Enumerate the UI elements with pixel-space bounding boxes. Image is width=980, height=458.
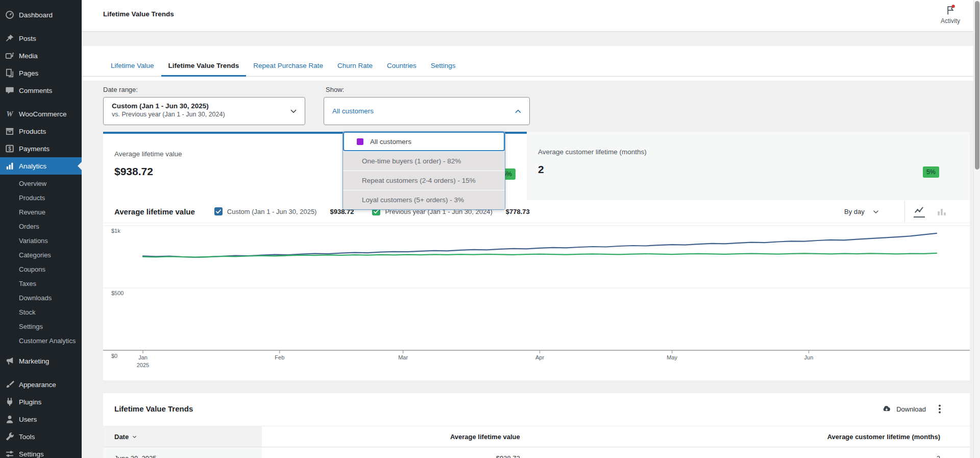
svg-text:2025: 2025 xyxy=(137,362,149,368)
sidebar-subitem-customer-analytics[interactable]: Customer Analytics xyxy=(0,334,82,348)
sidebar-subitem-revenue[interactable]: Revenue xyxy=(0,205,82,220)
interval-select[interactable]: By day xyxy=(844,200,880,223)
trend-badge: 5% xyxy=(923,166,939,178)
sidebar-subitem-settings[interactable]: Settings xyxy=(0,320,82,334)
show-option-repeat-customers-2-4-orders-15[interactable]: Repeat customers (2-4 orders) - 15% xyxy=(343,171,505,190)
activity-label: Activity xyxy=(934,17,967,25)
tab-repeat-purchase-rate[interactable]: Repeat Purchase Rate xyxy=(246,62,330,77)
table-cell: June 30, 2025 xyxy=(103,447,262,458)
sidebar-item-comments[interactable]: Comments xyxy=(0,82,82,99)
legend-toggle-custom-jan-1-jun-30-2025[interactable]: Custom (Jan 1 - Jun 30, 2025)$938.72 xyxy=(214,207,354,215)
activity-button[interactable]: Activity xyxy=(934,4,967,25)
sidebar-item-label: WooCommerce xyxy=(19,110,67,118)
table-panel-title: Lifetime Value Trends xyxy=(114,404,193,413)
sidebar-item-pages[interactable]: Pages xyxy=(0,64,82,82)
sidebar-item-label: Settings xyxy=(19,450,44,458)
table-cell: $938.72 xyxy=(262,447,546,458)
chart-panel: Average lifetime value Custom (Jan 1 - J… xyxy=(103,200,970,380)
sidebar-item-products[interactable]: Products xyxy=(0,123,82,140)
sidebar-subitem-variations[interactable]: Variations xyxy=(0,234,82,248)
tab-lifetime-value[interactable]: Lifetime Value xyxy=(104,62,161,77)
table-cell: 2 xyxy=(546,447,970,458)
show-select[interactable]: All customers xyxy=(324,97,530,125)
svg-text:Jan: Jan xyxy=(138,354,148,360)
sidebar-item-dashboard[interactable]: Dashboard xyxy=(0,6,82,23)
column-header-average-lifetime-value: Average lifetime value xyxy=(262,426,546,447)
sidebar-subitem-products[interactable]: Products xyxy=(0,191,82,205)
sidebar-item-tools[interactable]: Tools xyxy=(0,428,82,445)
topbar: Lifetime Value Trends Activity xyxy=(82,0,980,32)
pages-icon xyxy=(5,68,14,78)
ltv-trends-table: DateAverage lifetime valueAverage custom… xyxy=(103,426,970,458)
show-option-label: One-time buyers (1 order) - 82% xyxy=(362,157,461,165)
sidebar-subitem-taxes[interactable]: Taxes xyxy=(0,277,82,291)
show-option-loyal-customers-5-orders-3[interactable]: Loyal customers (5+ orders) - 3% xyxy=(343,190,505,209)
menu-separator xyxy=(0,23,82,30)
tabs-row: Lifetime ValueLifetime Value TrendsRepea… xyxy=(82,46,980,77)
column-header-date[interactable]: Date xyxy=(103,426,262,447)
show-option-all-customers[interactable]: All customers xyxy=(343,132,505,151)
sort-chevron-icon xyxy=(131,433,138,440)
sidebar-item-plugins[interactable]: Plugins xyxy=(0,393,82,411)
sidebar-subitem-overview[interactable]: Overview xyxy=(0,177,82,191)
sidebar-item-analytics[interactable]: Analytics xyxy=(0,157,82,175)
date-range-select[interactable]: Custom (Jan 1 - Jun 30, 2025) vs. Previo… xyxy=(103,97,305,125)
sidebar-subitem-categories[interactable]: Categories xyxy=(0,248,82,262)
sidebar-item-label: Media xyxy=(19,52,38,60)
svg-text:W: W xyxy=(7,110,14,118)
show-option-label: All customers xyxy=(370,138,411,146)
show-select-menu: All customersOne-time buyers (1 order) -… xyxy=(342,131,505,210)
ltv-chart: $0$500$1kJan2025FebMarAprMayJun xyxy=(103,223,970,380)
kebab-menu-button[interactable] xyxy=(934,403,945,415)
svg-text:Apr: Apr xyxy=(535,354,544,360)
chevron-up-icon xyxy=(513,107,523,116)
analytics-icon xyxy=(5,161,14,171)
chevron-down-icon xyxy=(872,208,880,216)
tab-lifetime-value-trends[interactable]: Lifetime Value Trends xyxy=(161,62,247,77)
svg-text:Jun: Jun xyxy=(804,354,814,360)
tab-settings[interactable]: Settings xyxy=(424,62,463,77)
line-chart-icon[interactable] xyxy=(914,205,925,218)
svg-text:Mar: Mar xyxy=(398,354,408,360)
sidebar-item-appearance[interactable]: Appearance xyxy=(0,376,82,393)
sidebar-item-label: Comments xyxy=(19,87,52,94)
appearance-icon xyxy=(5,380,14,389)
sidebar-item-settings[interactable]: Settings xyxy=(0,445,82,458)
cloud-download-icon xyxy=(881,404,892,414)
scrollbar-thumb[interactable] xyxy=(975,1,979,170)
sidebar-item-woocommerce[interactable]: WWooCommerce xyxy=(0,105,82,123)
svg-text:May: May xyxy=(667,354,677,360)
media-icon xyxy=(5,51,14,60)
bar-chart-icon[interactable] xyxy=(936,205,947,218)
sidebar-item-media[interactable]: Media xyxy=(0,47,82,64)
sidebar-item-label: Pages xyxy=(19,69,38,77)
sidebar-subitem-downloads[interactable]: Downloads xyxy=(0,291,82,305)
show-label: Show: xyxy=(326,86,344,93)
dashboard-icon xyxy=(5,10,14,19)
summary-card-label: Average customer lifetime (months) xyxy=(538,148,970,156)
sidebar-item-payments[interactable]: $Payments xyxy=(0,140,82,157)
sidebar-item-label: Users xyxy=(19,416,37,423)
divider xyxy=(904,201,905,222)
column-header-average-customer-lifetime-months: Average customer lifetime (months) xyxy=(546,426,970,447)
sidebar-subitem-stock[interactable]: Stock xyxy=(0,305,82,320)
tab-countries[interactable]: Countries xyxy=(380,62,424,77)
chart-title: Average lifetime value xyxy=(114,207,195,216)
menu-separator xyxy=(0,99,82,105)
sidebar-item-label: Marketing xyxy=(19,357,49,365)
woocommerce-icon: W xyxy=(5,109,14,118)
sidebar-item-users[interactable]: Users xyxy=(0,411,82,428)
svg-text:$: $ xyxy=(8,146,11,152)
svg-text:$0: $0 xyxy=(111,353,117,359)
sidebar-subitem-orders[interactable]: Orders xyxy=(0,220,82,234)
users-icon xyxy=(5,415,14,424)
show-option-one-time-buyers-1-order-82[interactable]: One-time buyers (1 order) - 82% xyxy=(343,151,505,171)
tab-churn-rate[interactable]: Churn Rate xyxy=(330,62,380,77)
sidebar-item-posts[interactable]: Posts xyxy=(0,30,82,47)
summary-card-average-customer-lifetime[interactable]: Average customer lifetime (months) 2 5% xyxy=(527,132,970,200)
sidebar-subitem-coupons[interactable]: Coupons xyxy=(0,262,82,277)
download-button[interactable]: Download xyxy=(881,404,926,414)
sidebar-item-marketing[interactable]: Marketing xyxy=(0,352,82,370)
page-scrollbar[interactable] xyxy=(973,0,980,458)
flag-icon xyxy=(944,4,957,16)
